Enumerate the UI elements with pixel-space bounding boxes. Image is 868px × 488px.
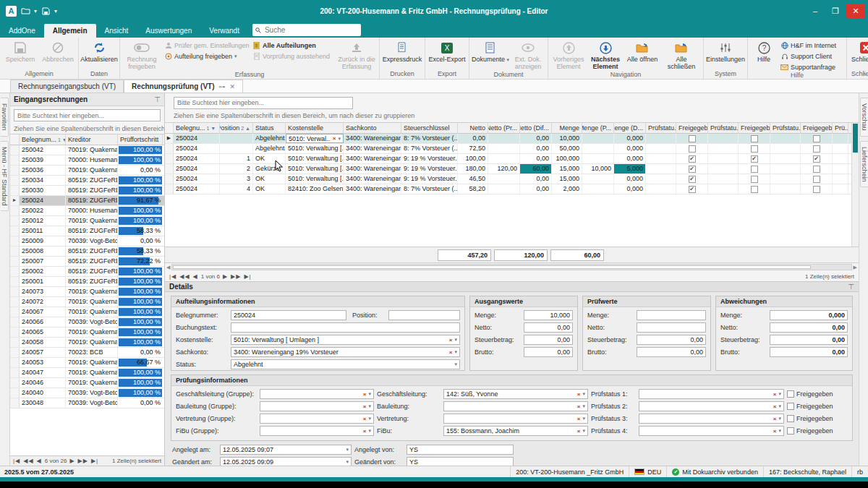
dropdown-icon[interactable]: ▾ <box>368 391 371 397</box>
clear-icon[interactable]: × <box>577 403 581 410</box>
qat-dropdown-caret[interactable]: ▾ <box>54 8 57 14</box>
ribbon-tab-verwandt[interactable]: Verwandt <box>200 24 248 38</box>
hf-internet-button[interactable]: H&F im Internet <box>778 41 845 49</box>
clear-icon[interactable]: × <box>449 349 453 356</box>
column-header-pruef1[interactable]: Prüfstatu... <box>646 123 676 133</box>
save-icon[interactable] <box>41 7 51 15</box>
scrollbar-thumb[interactable] <box>853 124 858 153</box>
clear-icon[interactable]: × <box>363 391 367 398</box>
pager-next-icon[interactable]: ▶ <box>69 458 75 464</box>
checkbox[interactable] <box>751 166 758 173</box>
scroll-left-icon[interactable]: ◀ <box>166 265 170 270</box>
dropdown-icon[interactable]: ▾ <box>338 136 341 142</box>
release-invoice-button[interactable]: Rechnung freigeben <box>122 38 162 70</box>
ext-dok-button[interactable]: Ext. Dok. anzeigen <box>510 38 546 70</box>
pager-nextpage-icon[interactable]: ▶▶ <box>78 458 88 464</box>
ribbon-collapse-icon[interactable]: ˄ <box>862 71 866 77</box>
freigegeben-checkbox[interactable] <box>787 403 794 410</box>
cell-frei1[interactable]: ✔ <box>676 184 708 194</box>
value-field[interactable] <box>637 310 706 320</box>
tab-rechnungseingangsbuch[interactable]: Rechnungseingangsbuch (VT) <box>10 80 124 93</box>
invoice-list-row[interactable]: 25001180519: ZUGFeRD - L...58,33 % <box>10 226 164 236</box>
pruefstatus-combo[interactable]: ×▾ <box>639 414 784 424</box>
clear-icon[interactable]: × <box>363 428 367 435</box>
clear-icon[interactable]: × <box>773 428 777 435</box>
freigegeben-checkbox[interactable] <box>787 390 794 398</box>
column-header-netto_dif[interactable]: Netto (Dif... <box>520 123 552 133</box>
cell-frei1[interactable]: ✔ <box>676 174 708 184</box>
cancel-button[interactable]: Abbrechen <box>39 38 77 69</box>
value-field[interactable]: 0,00 <box>637 347 706 357</box>
pager-prevpage-icon[interactable]: ◀◀ <box>179 273 190 280</box>
invoice-list-row[interactable]: 25000180519: ZUGFeRD - L...100,00 % <box>10 277 164 287</box>
column-header-pruef2[interactable]: Prüfstatu... <box>708 123 739 133</box>
invoice-list-row[interactable]: 25000880519: ZUGFeRD - L...58,33 % <box>10 247 164 257</box>
clear-icon[interactable]: × <box>577 428 581 435</box>
value-field[interactable]: 0,00 <box>524 347 573 357</box>
cell-frei1[interactable] <box>676 144 708 153</box>
value-field[interactable]: 0,00 <box>524 322 573 333</box>
cell-frei1[interactable]: ✔ <box>676 164 708 174</box>
checkbox[interactable] <box>751 176 758 183</box>
refresh-button[interactable]: Aktualisieren <box>80 38 118 69</box>
invoice-list-row[interactable]: 25000780519: ZUGFeRD - L...72,22 % <box>10 257 164 267</box>
invoice-list-row[interactable]: 25003480519: ZUGFeRD - L...100,00 % <box>10 176 164 186</box>
ribbon-search[interactable] <box>252 24 361 36</box>
tab-rechnungspruefung[interactable]: Rechnungsprüfung (VT) ⊶ ✕ <box>124 80 243 93</box>
vorpruefung-button[interactable]: Vorprüfung ausstehend <box>250 52 336 60</box>
cell-frei3[interactable] <box>801 134 833 143</box>
status-combo[interactable]: Abgelehnt ▾ <box>231 359 460 369</box>
cell-frei2[interactable] <box>739 134 770 143</box>
dropdown-icon[interactable]: ▾ <box>778 391 781 397</box>
invoice-list-row[interactable]: 25004270019: Quakernack-...100,00 % <box>10 145 164 155</box>
invoice-list-row[interactable]: 24007270019: Quakernack-...100,00 % <box>10 297 164 307</box>
vertical-scrollbar[interactable] <box>851 123 859 247</box>
column-header-netto_pr[interactable]: Netto (Pr... <box>488 123 520 133</box>
alle-aufteilungen-button[interactable]: Alle Aufteilungen <box>250 41 336 49</box>
angelegt-am-field[interactable]: 12.05.2025 09:07 ▾ <box>220 445 352 455</box>
dropdown-icon[interactable]: ▾ <box>778 428 781 434</box>
open-dropdown-caret[interactable]: ▾ <box>34 8 37 14</box>
position-row[interactable]: ▶250024Abgelehnt5010: Verwal...×▾3400: W… <box>165 134 851 144</box>
cell-frei3[interactable] <box>801 184 833 194</box>
column-header[interactable]: Kreditor <box>66 134 118 145</box>
value-field[interactable]: 0,00 <box>770 347 848 357</box>
person-combo[interactable]: ×▾ <box>443 401 588 411</box>
ribbon-tab-addone[interactable]: AddOne <box>0 24 44 38</box>
cell-frei2[interactable] <box>739 184 770 194</box>
checkbox[interactable]: ✔ <box>689 176 696 183</box>
invoice-list-row[interactable]: 23004870039: Vogt-Beton...0,00 % <box>10 398 164 408</box>
geaendert-von-field[interactable]: YS <box>407 457 514 466</box>
position-row[interactable]: 2500244OK82410: Zoo Gelsen...3400: Waren… <box>165 184 851 194</box>
clear-icon[interactable]: × <box>449 337 453 343</box>
pin-icon[interactable]: ⊤ <box>848 283 854 291</box>
column-header-menge[interactable]: Menge <box>552 123 582 133</box>
cell-frei1[interactable]: ✔ <box>676 154 708 163</box>
position-field[interactable] <box>388 310 460 320</box>
aufteilung-freigeben-button[interactable]: Aufteilung freigeben ▾ <box>162 52 250 60</box>
invoice-list-row[interactable]: 24006570019: Quakernack-...100,00 % <box>10 328 164 338</box>
expressdruck-button[interactable]: Expressdruck <box>381 38 423 69</box>
cell-frei3[interactable]: ✔ <box>801 154 833 163</box>
cell-frei1[interactable] <box>676 134 708 143</box>
ribbon-tab-ansicht[interactable]: Ansicht <box>96 24 137 38</box>
pruefstatus-combo[interactable]: ×▾ <box>639 426 784 436</box>
value-field[interactable]: 10,000 <box>524 310 573 320</box>
cell-kostenstelle-editor[interactable]: 5010: Verwal...×▾ <box>286 134 344 143</box>
checkbox[interactable]: ✔ <box>689 186 696 193</box>
pager-first-icon[interactable]: |◀ <box>169 273 176 280</box>
clear-icon[interactable]: × <box>577 391 581 398</box>
dropdown-icon[interactable]: ▾ <box>778 403 781 409</box>
alle-oeffnen-button[interactable]: Alle öffnen <box>624 38 661 70</box>
column-header-frei2[interactable]: Freigegeb... <box>739 123 770 133</box>
value-field[interactable]: 0,00 <box>637 335 706 345</box>
minimize-button[interactable]: – <box>806 4 825 18</box>
column-header-sachkonto[interactable]: Sachkonto <box>344 123 401 133</box>
positions-search-input[interactable] <box>174 97 353 109</box>
dropdown-icon[interactable]: ▾ <box>582 403 585 409</box>
dropdown-icon[interactable]: ▾ <box>582 428 585 434</box>
invoice-list-row[interactable]: 24004770019: Quakernack-...100,00 % <box>10 368 164 378</box>
invoice-list-row[interactable]: 24006770019: Quakernack-...100,00 % <box>10 307 164 317</box>
invoice-list-row[interactable]: 24007370019: Quakernack-...100,00 % <box>10 287 164 297</box>
value-field[interactable]: 0,00 <box>770 322 848 333</box>
